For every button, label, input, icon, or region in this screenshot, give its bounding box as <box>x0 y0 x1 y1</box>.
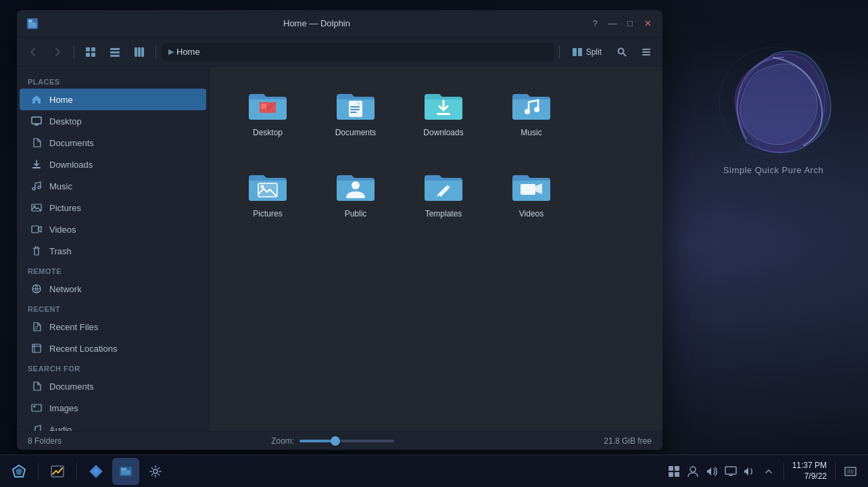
desktop-folder-label: Desktop <box>253 128 283 139</box>
documents-folder-label: Documents <box>335 128 377 139</box>
sidebar-item-search-audio[interactable]: Audio <box>20 419 206 431</box>
svg-point-60 <box>690 467 696 472</box>
svg-rect-18 <box>642 51 650 53</box>
folders-count: 8 Folders <box>28 436 62 446</box>
search-audio-icon <box>30 423 43 431</box>
sidebar-item-recent-files[interactable]: Recent Files <box>20 316 206 338</box>
taskbar-kde-menu[interactable] <box>5 458 32 485</box>
sidebar-item-trash[interactable]: Trash <box>20 240 206 262</box>
trash-sidebar-icon <box>30 245 43 257</box>
sidebar-item-documents[interactable]: Documents <box>20 132 206 154</box>
search-documents-label: Documents <box>49 381 94 392</box>
sidebar-item-downloads[interactable]: Downloads <box>20 154 206 175</box>
free-space: 21.8 GiB free <box>604 436 652 446</box>
taskbar: 11:37 PM 7/9/22 <box>0 455 868 487</box>
view-columns-button[interactable] <box>128 41 150 63</box>
folder-documents[interactable]: Documents <box>315 80 396 155</box>
folder-music[interactable]: Music <box>491 80 572 155</box>
window-controls: ? — □ ✕ <box>588 17 654 30</box>
sidebar-item-search-documents[interactable]: Documents <box>20 375 206 397</box>
search-button[interactable] <box>611 41 633 63</box>
taskbar-dolphin[interactable] <box>112 458 139 485</box>
location-bar[interactable]: ▶ Home <box>162 43 554 62</box>
sidebar-item-network[interactable]: Network <box>20 278 206 300</box>
taskbar-task-manager[interactable] <box>44 458 71 485</box>
templates-folder-icon <box>422 168 465 204</box>
svg-rect-17 <box>642 49 650 50</box>
taskbar-speaker-icon[interactable] <box>743 465 756 478</box>
folder-pictures[interactable]: Pictures <box>227 162 308 236</box>
templates-folder-label: Templates <box>425 209 462 220</box>
taskbar-user-icon[interactable] <box>686 465 700 478</box>
svg-rect-7 <box>91 53 95 57</box>
maximize-button[interactable]: □ <box>623 17 637 30</box>
taskbar-sep-2 <box>76 462 77 481</box>
videos-folder-icon <box>510 168 553 204</box>
taskbar-volume-icon[interactable] <box>705 465 719 478</box>
folder-templates[interactable]: Templates <box>403 162 484 236</box>
sidebar-item-pictures[interactable]: Pictures <box>20 197 206 218</box>
taskbar-right: 11:37 PM 7/9/22 <box>667 461 863 482</box>
svg-rect-9 <box>110 51 120 53</box>
taskbar-clock[interactable]: 11:37 PM 7/9/22 <box>792 461 827 482</box>
taskbar-settings[interactable] <box>142 458 169 485</box>
svg-rect-58 <box>669 472 673 477</box>
sidebar-item-videos[interactable]: Videos <box>20 218 206 240</box>
help-button[interactable]: ? <box>588 17 602 30</box>
svg-point-24 <box>38 186 41 189</box>
svg-rect-30 <box>32 404 41 411</box>
kde-logo: Simple Quick Pure Arch <box>706 34 841 175</box>
close-button[interactable]: ✕ <box>641 17 654 30</box>
zoom-thumb[interactable] <box>331 436 340 446</box>
taskbar-chevron-up-icon[interactable] <box>762 465 775 478</box>
sidebar-item-desktop[interactable]: Desktop <box>20 110 206 132</box>
split-button[interactable]: Split <box>565 43 608 62</box>
taskbar-display-icon[interactable] <box>724 465 738 478</box>
search-section-label: Search For <box>17 359 209 375</box>
downloads-label: Downloads <box>49 160 93 170</box>
title-bar: Home — Dolphin ? — □ ✕ <box>17 10 662 37</box>
home-icon <box>30 93 43 106</box>
public-folder-label: Public <box>345 209 367 220</box>
svg-marker-48 <box>16 468 22 475</box>
svg-rect-39 <box>350 112 357 113</box>
sidebar-item-music[interactable]: Music <box>20 175 206 197</box>
downloads-folder-label: Downloads <box>423 128 463 139</box>
documents-label: Documents <box>49 138 94 148</box>
music-label: Music <box>49 181 72 191</box>
view-icons-button[interactable] <box>80 41 101 63</box>
downloads-sidebar-icon <box>30 158 43 170</box>
svg-rect-13 <box>141 47 144 57</box>
zoom-slider[interactable] <box>299 440 394 442</box>
folder-downloads[interactable]: Downloads <box>403 80 484 155</box>
taskbar-app1[interactable] <box>82 458 110 485</box>
forward-button[interactable] <box>47 41 68 63</box>
svg-rect-6 <box>86 53 90 57</box>
taskbar-sep-right2 <box>835 462 836 481</box>
taskbar-grid-icon[interactable] <box>667 465 681 478</box>
documents-folder-icon <box>334 87 377 122</box>
svg-rect-35 <box>261 103 266 109</box>
sidebar-item-recent-locations[interactable]: Recent Locations <box>20 338 206 359</box>
svg-point-42 <box>534 107 539 112</box>
desktop-label: Desktop <box>49 116 82 126</box>
svg-point-45 <box>352 181 360 189</box>
pictures-folder-icon <box>246 168 289 204</box>
folder-public[interactable]: Public <box>315 162 396 236</box>
status-bar: 8 Folders Zoom: 21.8 GiB free <box>17 431 662 450</box>
folder-videos[interactable]: Videos <box>491 162 572 236</box>
svg-rect-3 <box>28 20 32 22</box>
sidebar-item-search-images[interactable]: Images <box>20 397 206 419</box>
back-button[interactable] <box>22 41 44 63</box>
sidebar-item-home[interactable]: Home <box>20 89 206 110</box>
view-list-button[interactable] <box>104 41 126 63</box>
menu-button[interactable] <box>635 41 657 63</box>
taskbar-sep-1 <box>38 462 39 481</box>
documents-sidebar-icon <box>30 137 43 149</box>
folder-desktop[interactable]: Desktop <box>227 80 308 155</box>
taskbar-screen-icon[interactable] <box>844 465 857 478</box>
content-area: Places Home Desktop <box>17 67 662 431</box>
minimize-button[interactable]: — <box>606 17 619 30</box>
svg-rect-40 <box>437 113 450 115</box>
svg-rect-10 <box>110 55 120 57</box>
